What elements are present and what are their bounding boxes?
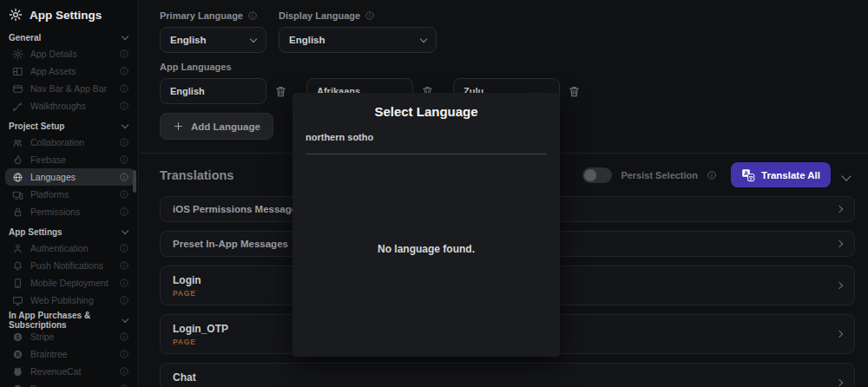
primary-language-select[interactable]: English xyxy=(160,27,266,53)
info-icon[interactable] xyxy=(119,295,129,305)
people-icon xyxy=(12,137,23,148)
info-icon[interactable] xyxy=(707,170,717,180)
gear-icon xyxy=(9,8,23,22)
nav-bar-icon xyxy=(12,83,23,95)
sidebar-item-revenuecat[interactable]: RevenueCat xyxy=(0,363,138,380)
display-language-field: Display Language English xyxy=(279,7,437,53)
delete-language-button[interactable] xyxy=(568,85,581,98)
chevron-down-icon xyxy=(250,35,257,42)
info-icon[interactable] xyxy=(119,172,129,182)
app-assets-icon xyxy=(12,66,23,77)
sidebar-item-permissions[interactable]: Permissions xyxy=(0,203,138,220)
info-icon[interactable] xyxy=(119,66,129,76)
sidebar-item-app-details[interactable]: App Details xyxy=(0,45,138,62)
chevron-right-icon xyxy=(836,282,843,289)
modal-title: Select Language xyxy=(293,104,560,119)
trash-icon xyxy=(568,85,581,98)
translate-all-button[interactable]: Translate All xyxy=(731,162,831,187)
info-icon[interactable] xyxy=(119,260,129,271)
app-language-input-english[interactable] xyxy=(160,78,266,104)
devices-icon xyxy=(12,189,23,200)
info-icon[interactable] xyxy=(119,189,129,200)
monitor-icon xyxy=(12,295,23,306)
chevron-down-icon xyxy=(122,226,128,233)
info-icon[interactable] xyxy=(365,10,375,21)
info-icon[interactable] xyxy=(119,101,129,111)
translations-title: Translations xyxy=(160,168,233,182)
empty-state-message: No language found. xyxy=(293,243,560,255)
language-search-input[interactable] xyxy=(306,132,547,142)
plus-icon xyxy=(173,121,184,132)
info-icon[interactable] xyxy=(119,83,129,94)
flame-icon xyxy=(12,154,23,166)
sidebar-scrollbar[interactable] xyxy=(133,170,136,193)
info-icon[interactable] xyxy=(119,349,129,359)
revenuecat-icon xyxy=(12,366,23,377)
delete-language-button[interactable] xyxy=(274,85,287,98)
person-icon xyxy=(12,243,23,254)
chevron-right-icon xyxy=(836,379,843,386)
sidebar-section-app-settings[interactable]: App Settings xyxy=(0,220,138,239)
sidebar-section-project-setup[interactable]: Project Setup xyxy=(0,115,138,134)
sidebar-item-collaboration[interactable]: Collaboration xyxy=(0,134,138,151)
language-search xyxy=(306,128,547,154)
braintree-icon xyxy=(12,349,23,360)
app-languages-label: App Languages xyxy=(160,62,232,72)
primary-language-field: Primary Language English xyxy=(160,7,266,53)
persist-selection-label: Persist Selection xyxy=(621,170,698,180)
sidebar-item-languages[interactable]: Languages xyxy=(5,168,135,186)
add-language-button[interactable]: Add Language xyxy=(160,113,273,140)
sidebar-item-platforms[interactable]: Platforms xyxy=(0,186,138,203)
phone-icon xyxy=(12,278,23,289)
globe-icon xyxy=(12,172,23,183)
trash-icon xyxy=(274,85,287,98)
chevron-right-icon xyxy=(836,240,843,247)
info-icon[interactable] xyxy=(119,366,129,377)
app-details-icon xyxy=(12,49,23,60)
translate-options-expander[interactable] xyxy=(839,166,853,185)
sidebar-item-app-assets[interactable]: App Assets xyxy=(0,62,138,80)
info-icon[interactable] xyxy=(119,49,129,59)
razorpay-icon xyxy=(12,384,23,387)
info-icon[interactable] xyxy=(119,278,129,288)
display-language-label: Display Language xyxy=(279,10,360,21)
sidebar-item-push-notifications[interactable]: Push Notifications xyxy=(0,257,138,274)
lock-icon xyxy=(12,207,23,218)
sidebar-item-web-publishing[interactable]: Web Publishing xyxy=(0,292,138,309)
info-icon[interactable] xyxy=(119,331,129,342)
info-icon[interactable] xyxy=(119,243,129,253)
sidebar-item-stripe[interactable]: Stripe xyxy=(0,328,138,345)
sidebar-item-authentication[interactable]: Authentication xyxy=(0,239,138,257)
sidebar-section-general[interactable]: General xyxy=(0,26,138,45)
stripe-icon xyxy=(12,331,23,343)
chevron-right-icon xyxy=(836,206,843,213)
page-badge: PAGE xyxy=(173,338,228,346)
info-icon[interactable] xyxy=(119,137,129,148)
info-icon[interactable] xyxy=(247,10,258,21)
toggle-knob xyxy=(584,169,596,181)
page-title: App Settings xyxy=(30,9,102,22)
chevron-down-icon xyxy=(122,121,128,128)
row-chat-page[interactable]: Chat PAGE xyxy=(160,363,855,387)
app-settings-page: App Settings General App Details App Ass… xyxy=(0,0,868,387)
walkthrough-icon xyxy=(12,101,23,112)
sidebar-section-iap[interactable]: In App Purchases & Subscriptions xyxy=(0,309,138,328)
chevron-down-icon xyxy=(841,171,851,180)
info-icon[interactable] xyxy=(119,207,129,217)
select-language-modal: Select Language No language found. xyxy=(293,93,560,357)
bell-icon xyxy=(12,260,23,272)
display-language-select[interactable]: English xyxy=(279,27,437,53)
sidebar-item-mobile-deployment[interactable]: Mobile Deployment xyxy=(0,274,138,292)
sidebar-item-firebase[interactable]: Firebase xyxy=(0,151,138,168)
chevron-right-icon xyxy=(836,331,843,338)
sidebar: App Settings General App Details App Ass… xyxy=(0,0,139,387)
persist-selection-toggle[interactable] xyxy=(582,167,612,183)
sidebar-item-nav-bar[interactable]: Nav Bar & App Bar xyxy=(0,80,138,97)
sidebar-item-braintree[interactable]: Braintree xyxy=(0,345,138,363)
translate-icon xyxy=(741,168,755,182)
sidebar-item-walkthroughs[interactable]: Walkthroughs xyxy=(0,97,138,115)
page-badge: PAGE xyxy=(173,289,201,298)
info-icon[interactable] xyxy=(119,384,129,387)
sidebar-item-razorpay[interactable]: Razorpay xyxy=(0,380,138,387)
info-icon[interactable] xyxy=(119,154,129,165)
